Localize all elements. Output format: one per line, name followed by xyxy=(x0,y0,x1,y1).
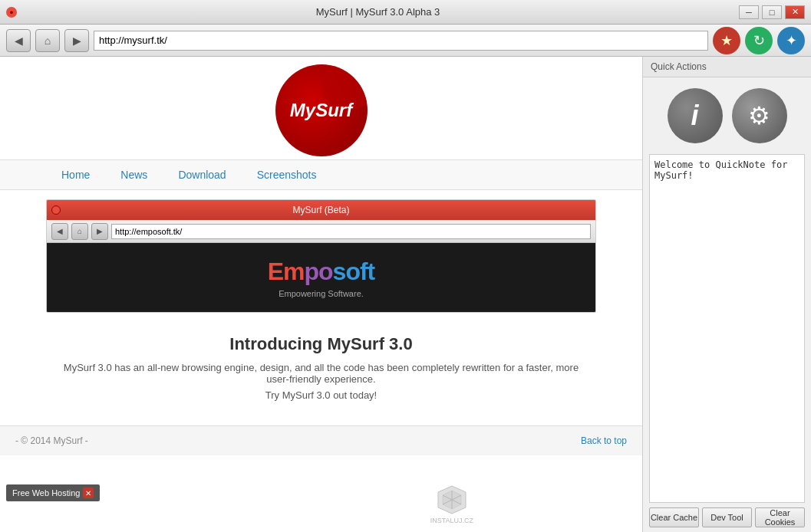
instaluj-text: INSTALUJ.CZ xyxy=(430,517,473,524)
browser-content: MySurf Home News Download Screenshots My… xyxy=(0,57,642,532)
clear-cache-button[interactable]: Clear Cache xyxy=(649,507,699,527)
quick-note-textarea[interactable]: Welcome to QuickNote for MySurf! xyxy=(649,154,805,503)
home-button[interactable]: ⌂ xyxy=(35,29,60,52)
inner-content: Emposoft Empowering Software. xyxy=(47,243,595,312)
site-nav: Home News Download Screenshots xyxy=(0,159,642,190)
emposoft-po: po xyxy=(305,258,333,285)
nav-news[interactable]: News xyxy=(120,169,147,181)
instaluj-badge: INSTALUJ.CZ xyxy=(430,484,473,524)
window-minimize-button[interactable]: ─ xyxy=(739,5,759,19)
title-bar: ● MySurf | MySurf 3.0 Alpha 3 ─ □ ✕ xyxy=(0,0,811,25)
main-layout: MySurf Home News Download Screenshots My… xyxy=(0,57,811,532)
site-footer: - © 2014 MySurf - Back to top xyxy=(0,425,642,455)
quick-panel-title: Quick Actions xyxy=(643,57,811,77)
logo-area: MySurf xyxy=(0,57,642,156)
info-icon-symbol: i xyxy=(691,100,698,132)
tools-button[interactable]: ✦ xyxy=(777,27,805,54)
nav-download[interactable]: Download xyxy=(178,169,226,181)
window-close-btn2[interactable]: ✕ xyxy=(785,5,805,19)
favorites-button[interactable]: ★ xyxy=(713,27,740,54)
nav-screenshots[interactable]: Screenshots xyxy=(257,169,317,181)
window-maximize-button[interactable]: □ xyxy=(762,5,782,19)
quick-settings-button[interactable]: ⚙ xyxy=(732,88,787,143)
settings-icon-symbol: ⚙ xyxy=(748,101,770,130)
logo-text: MySurf xyxy=(290,100,352,121)
instaluj-logo-icon xyxy=(437,484,467,515)
quick-buttons: Clear Cache Dev Tool Clear Cookies xyxy=(643,503,811,532)
emposoft-soft: soft xyxy=(333,258,375,285)
clear-cookies-button[interactable]: Clear Cookies xyxy=(755,507,805,527)
page-description2: Try MySurf 3.0 out today! xyxy=(61,389,581,401)
back-to-top-link[interactable]: Back to top xyxy=(581,435,627,446)
free-hosting-close-button[interactable]: ✕ xyxy=(83,488,94,498)
dev-tool-button[interactable]: Dev Tool xyxy=(702,507,752,527)
quick-panel: Quick Actions i ⚙ Welcome to QuickNote f… xyxy=(642,57,811,532)
page-description1: MySurf 3.0 has an all-new browsing engin… xyxy=(61,362,581,385)
inner-home-button[interactable]: ⌂ xyxy=(71,223,88,240)
nav-bar: ◀ ⌂ ▶ ★ ↻ ✦ xyxy=(0,25,811,57)
quick-info-button[interactable]: i xyxy=(668,88,723,143)
free-hosting-badge: Free Web Hosting ✕ xyxy=(6,484,100,501)
back-button[interactable]: ◀ xyxy=(6,29,31,52)
inner-nav-bar: ◀ ⌂ ▶ xyxy=(47,220,595,243)
page-content: Introducing MySurf 3.0 MySurf 3.0 has an… xyxy=(0,322,642,418)
emposoft-tagline: Empowering Software. xyxy=(279,289,364,298)
nav-home[interactable]: Home xyxy=(61,169,90,181)
forward-button[interactable]: ▶ xyxy=(64,29,89,52)
inner-browser: MySurf (Beta) ◀ ⌂ ▶ Emposoft Empowering … xyxy=(46,199,596,313)
inner-address-bar[interactable] xyxy=(111,224,591,239)
emposoft-logo: Emposoft xyxy=(268,258,375,286)
inner-title-bar: MySurf (Beta) xyxy=(47,200,595,220)
inner-back-button[interactable]: ◀ xyxy=(51,223,68,240)
inner-close-button[interactable] xyxy=(51,205,61,215)
window-title: MySurf | MySurf 3.0 Alpha 3 xyxy=(17,6,739,18)
site-logo: MySurf xyxy=(275,64,368,156)
address-bar[interactable] xyxy=(94,31,708,51)
free-hosting-text: Free Web Hosting xyxy=(12,488,80,498)
emposoft-em: Em xyxy=(268,258,305,285)
inner-title-text: MySurf (Beta) xyxy=(292,205,349,215)
quick-actions-icons: i ⚙ xyxy=(643,77,811,154)
inner-forward-button[interactable]: ▶ xyxy=(91,223,108,240)
page-title: Introducing MySurf 3.0 xyxy=(61,334,581,354)
refresh-button[interactable]: ↻ xyxy=(745,27,773,54)
window-close-button[interactable]: ● xyxy=(6,7,17,18)
footer-copyright: - © 2014 MySurf - xyxy=(15,435,88,446)
